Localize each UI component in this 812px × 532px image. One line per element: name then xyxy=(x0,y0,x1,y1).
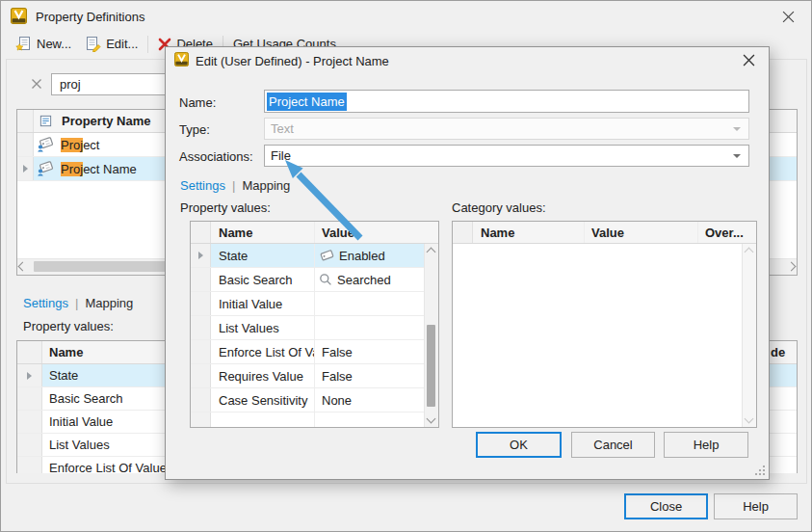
table-header-row: Name Value xyxy=(191,222,438,244)
header-selector-cell xyxy=(191,222,211,243)
row-selector-arrow-icon xyxy=(23,165,28,173)
header-selector-cell xyxy=(453,222,473,243)
window-titlebar[interactable]: Property Definitions xyxy=(1,1,811,32)
search-value: proj xyxy=(52,77,81,92)
screen: Property Definitions New... Edit... xyxy=(0,0,812,532)
resize-grip-icon[interactable] xyxy=(755,466,765,475)
row-value[interactable] xyxy=(315,292,438,315)
scroll-up-icon[interactable] xyxy=(428,249,434,255)
row-value[interactable]: Searched xyxy=(315,268,438,291)
row-name: Requires Value xyxy=(211,364,315,387)
row-name: State xyxy=(211,244,315,267)
chevron-down-icon xyxy=(733,154,741,158)
table-header-row: Name Value Over... xyxy=(453,222,756,244)
name-input[interactable]: Project Name xyxy=(264,90,749,113)
tab-settings[interactable]: Settings xyxy=(180,178,225,193)
scroll-left-icon[interactable] xyxy=(19,263,26,270)
help-button[interactable]: Help xyxy=(714,493,798,519)
vault-icon xyxy=(11,8,27,24)
cancel-button[interactable]: Cancel xyxy=(571,432,655,458)
table-row[interactable]: List Values xyxy=(191,316,438,340)
tab-settings[interactable]: Settings xyxy=(23,296,68,310)
settings-mapping-tabs: Settings | Mapping xyxy=(23,296,133,310)
associations-dropdown[interactable]: File xyxy=(264,145,749,167)
property-values-label: Property values: xyxy=(23,319,114,333)
vault-icon xyxy=(174,52,189,66)
row-value[interactable] xyxy=(315,316,438,339)
row-selector-cell xyxy=(17,434,42,456)
dialog-category-values-table: Name Value Over... xyxy=(452,221,757,428)
row-selector-cell xyxy=(17,364,42,386)
table-row[interactable]: Basic Search Searched xyxy=(191,268,438,292)
row-selector-cell xyxy=(17,133,34,156)
name-header[interactable]: Name xyxy=(473,222,585,243)
search-match-highlight: Proj xyxy=(61,162,83,176)
tab-mapping[interactable]: Mapping xyxy=(242,178,290,193)
edit-button[interactable]: Edit... xyxy=(78,34,144,54)
table-row[interactable]: Enforce List Of Va... False xyxy=(191,340,438,364)
user-property-icon xyxy=(34,133,57,156)
value-header[interactable]: Value xyxy=(585,222,698,243)
table-row-selected[interactable]: State Enabled xyxy=(191,244,438,268)
row-selector-cell xyxy=(191,268,211,291)
value-header[interactable]: Value xyxy=(315,222,438,243)
edit-button-label: Edit... xyxy=(106,37,138,51)
scroll-up-icon[interactable] xyxy=(746,249,752,255)
row-value[interactable]: False xyxy=(315,340,438,363)
search-match-highlight: Proj xyxy=(61,138,83,152)
clear-search-icon[interactable] xyxy=(31,78,42,90)
user-property-icon xyxy=(34,157,57,180)
header-selector-cell xyxy=(17,110,34,132)
dialog-help-button[interactable]: Help xyxy=(664,432,748,458)
associations-field-label: Associations: xyxy=(179,149,253,164)
override-header[interactable]: Over... xyxy=(698,222,756,243)
property-list-icon xyxy=(34,110,57,132)
row-value[interactable]: False xyxy=(315,364,438,387)
row-value[interactable]: None xyxy=(315,388,438,412)
table-row[interactable]: Requires Value False xyxy=(191,364,438,388)
name-header[interactable]: Name xyxy=(211,222,315,243)
scrollbar-thumb[interactable] xyxy=(427,325,435,407)
row-name: Case Sensitivity xyxy=(211,388,315,412)
edit-property-dialog: Edit (User Defined) - Project Name Name:… xyxy=(165,46,770,480)
dialog-category-values-label: Category values: xyxy=(452,200,546,215)
new-button-label: New... xyxy=(37,37,71,51)
dialog-property-values-table: Name Value State Enabled Basic Search xyxy=(190,221,439,428)
close-button[interactable]: Close xyxy=(624,493,708,519)
scroll-down-icon[interactable] xyxy=(746,415,752,422)
window-title: Property Definitions xyxy=(36,10,144,24)
scroll-down-icon[interactable] xyxy=(428,415,434,422)
dialog-close-icon[interactable] xyxy=(743,54,755,66)
scroll-right-icon[interactable] xyxy=(788,263,795,270)
row-selector-cell xyxy=(191,340,211,363)
dialog-titlebar[interactable]: Edit (User Defined) - Project Name xyxy=(166,47,769,73)
empty-row xyxy=(191,412,438,428)
row-selector-cell xyxy=(191,388,211,412)
vertical-scrollbar[interactable] xyxy=(742,244,756,427)
row-selector-arrow-icon xyxy=(198,252,203,259)
row-selector-cell xyxy=(17,157,34,180)
dialog-title: Edit (User Defined) - Project Name xyxy=(196,54,389,68)
ok-button[interactable]: OK xyxy=(476,432,562,458)
vertical-scrollbar[interactable] xyxy=(424,244,438,427)
table-row[interactable]: Case Sensitivity None xyxy=(191,388,438,412)
row-name: List Values xyxy=(211,316,315,339)
row-selector-arrow-icon xyxy=(27,372,32,380)
row-selector-cell xyxy=(191,364,211,387)
associations-dropdown-value: File xyxy=(271,148,291,163)
header-selector-cell xyxy=(17,341,42,363)
window-close-icon[interactable] xyxy=(780,9,796,24)
type-dropdown: Text xyxy=(264,118,749,140)
row-value[interactable]: Enabled xyxy=(315,244,438,267)
row-selector-cell xyxy=(17,457,42,473)
row-name: Enforce List Of Va... xyxy=(211,340,315,363)
new-button[interactable]: New... xyxy=(9,34,78,54)
row-selector-cell xyxy=(17,411,42,433)
tab-mapping[interactable]: Mapping xyxy=(85,296,133,310)
edit-document-icon xyxy=(85,36,101,52)
tab-separator: | xyxy=(232,178,235,193)
clipped-column-header[interactable]: de xyxy=(766,341,797,363)
table-row[interactable]: Initial Value xyxy=(191,292,438,316)
new-document-icon xyxy=(15,36,32,52)
row-selector-cell xyxy=(191,292,211,315)
